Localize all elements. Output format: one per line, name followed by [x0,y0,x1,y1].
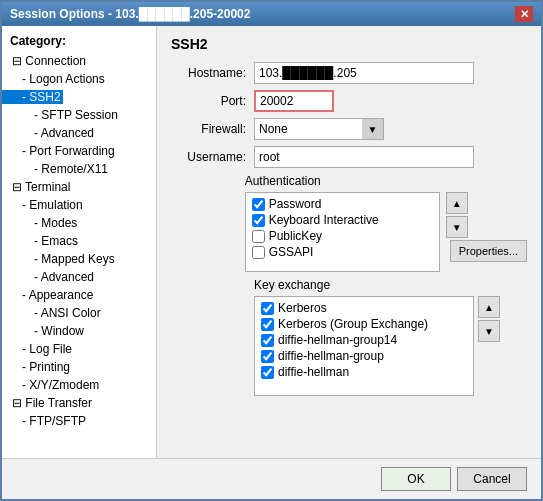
sidebar-item-label: - X/Y/Zmodem [2,378,99,392]
firewall-row: Firewall: None SOCKS4 SOCKS5 HTTP ▼ [171,118,527,140]
username-row: Username: [171,146,527,168]
sidebar-item-label: - Modes [2,216,77,230]
sidebar-item-modes[interactable]: - Modes [2,214,156,232]
panel-title: SSH2 [171,36,527,52]
port-input[interactable] [254,90,334,112]
sidebar-item-advanced-terminal[interactable]: - Advanced [2,268,156,286]
sidebar-item-emulation[interactable]: - Emulation [2,196,156,214]
sidebar-item-advanced[interactable]: - Advanced [2,124,156,142]
keyex-item-diffie-hellman-group[interactable]: diffie-hellman-group [261,349,467,363]
authentication-title: Authentication [245,174,527,188]
keyex-item-kerberos--group-exchange-[interactable]: Kerberos (Group Exchange) [261,317,467,331]
sidebar-item-label: - ANSI Color [2,306,101,320]
sidebar-item-label: - Emacs [2,234,78,248]
auth-item-publickey[interactable]: PublicKey [252,229,433,243]
sidebar-item-label: - FTP/SFTP [2,414,86,428]
sidebar-item-label: - SSH2 [2,90,63,104]
keyex-side-buttons: ▲ ▼ [478,296,500,342]
sidebar-item-emacs[interactable]: - Emacs [2,232,156,250]
sidebar-item-appearance[interactable]: - Appearance [2,286,156,304]
sidebar-item-label: ⊟ File Transfer [2,396,92,410]
sidebar: Category: ⊟ Connection- Logon Actions- S… [2,26,157,458]
sidebar-item-xyz-modem[interactable]: - X/Y/Zmodem [2,376,156,394]
authentication-content: Authentication PasswordKeyboard Interact… [245,174,527,272]
sidebar-item-terminal[interactable]: ⊟ Terminal [2,178,156,196]
firewall-select[interactable]: None SOCKS4 SOCKS5 HTTP [254,118,384,140]
main-content: Category: ⊟ Connection- Logon Actions- S… [2,26,541,458]
key-exchange-label: Key exchange [254,278,527,292]
hostname-row: Hostname: [171,62,527,84]
keyex-down-button[interactable]: ▼ [478,320,500,342]
sidebar-item-label: - Log File [2,342,72,356]
sidebar-item-label: - Port Forwarding [2,144,115,158]
sidebar-item-window[interactable]: - Window [2,322,156,340]
sidebar-item-printing[interactable]: - Printing [2,358,156,376]
authentication-list: PasswordKeyboard InteractivePublicKeyGSS… [245,192,440,272]
sidebar-item-log-file[interactable]: - Log File [2,340,156,358]
auth-item-keyboard-interactive[interactable]: Keyboard Interactive [252,213,433,227]
sidebar-item-sftp-session[interactable]: - SFTP Session [2,106,156,124]
hostname-label: Hostname: [171,66,246,80]
sidebar-item-label: - Advanced [2,126,94,140]
auth-buttons-row: PasswordKeyboard InteractivePublicKeyGSS… [245,192,527,272]
sidebar-item-label: - Logon Actions [2,72,105,86]
key-exchange-row: KerberosKerberos (Group Exchange)diffie-… [254,296,527,396]
sidebar-item-label: - Emulation [2,198,83,212]
keyex-item-diffie-hellman-group14[interactable]: diffie-hellman-group14 [261,333,467,347]
key-exchange-spacer [171,278,246,280]
sidebar-item-port-forwarding[interactable]: - Port Forwarding [2,142,156,160]
sidebar-item-logon-actions[interactable]: - Logon Actions [2,70,156,88]
username-label: Username: [171,150,246,164]
close-button[interactable]: ✕ [515,6,533,22]
sidebar-item-file-transfer[interactable]: ⊟ File Transfer [2,394,156,412]
sidebar-item-label: - Printing [2,360,70,374]
hostname-input[interactable] [254,62,474,84]
firewall-select-wrapper: None SOCKS4 SOCKS5 HTTP ▼ [254,118,384,140]
sidebar-item-ftp-sftp[interactable]: - FTP/SFTP [2,412,156,430]
firewall-label: Firewall: [171,122,246,136]
sidebar-item-label: ⊟ Connection [2,54,86,68]
window-title: Session Options - 103.██████.205-20002 [10,7,250,21]
key-exchange-section: Key exchange KerberosKerberos (Group Exc… [171,278,527,396]
properties-button[interactable]: Properties... [450,240,527,262]
sidebar-item-label: - Window [2,324,84,338]
sidebar-item-remote-x11[interactable]: - Remote/X11 [2,160,156,178]
auth-item-password[interactable]: Password [252,197,433,211]
username-input[interactable] [254,146,474,168]
titlebar: Session Options - 103.██████.205-20002 ✕ [2,2,541,26]
cancel-button[interactable]: Cancel [457,467,527,491]
keyex-item-kerberos[interactable]: Kerberos [261,301,467,315]
keyex-up-button[interactable]: ▲ [478,296,500,318]
key-exchange-content: Key exchange KerberosKerberos (Group Exc… [254,278,527,396]
session-options-window: Session Options - 103.██████.205-20002 ✕… [0,0,543,501]
port-label: Port: [171,94,246,108]
ok-button[interactable]: OK [381,467,451,491]
sidebar-item-label: - Mapped Keys [2,252,115,266]
right-panel: SSH2 Hostname: Port: Firewall: None SOCK… [157,26,541,458]
bottom-bar: OK Cancel [2,458,541,499]
auth-item-gssapi[interactable]: GSSAPI [252,245,433,259]
authentication-section: Authentication PasswordKeyboard Interact… [171,174,527,272]
authentication-label [171,174,237,176]
sidebar-item-label: - Remote/X11 [2,162,108,176]
keyex-item-diffie-hellman[interactable]: diffie-hellman [261,365,467,379]
sidebar-item-ssh2[interactable]: - SSH2 [2,88,156,106]
sidebar-item-label: ⊟ Terminal [2,180,70,194]
sidebar-item-label: - SFTP Session [2,108,118,122]
sidebar-item-ansi-color[interactable]: - ANSI Color [2,304,156,322]
auth-up-button[interactable]: ▲ [446,192,468,214]
auth-side-controls: ▲ ▼ Properties... [446,192,527,262]
key-exchange-list: KerberosKerberos (Group Exchange)diffie-… [254,296,474,396]
port-row: Port: [171,90,527,112]
sidebar-item-label: - Appearance [2,288,93,302]
sidebar-item-label: - Advanced [2,270,94,284]
sidebar-item-connection[interactable]: ⊟ Connection [2,52,156,70]
sidebar-item-mapped-keys[interactable]: - Mapped Keys [2,250,156,268]
category-label: Category: [2,30,156,52]
auth-down-button[interactable]: ▼ [446,216,468,238]
